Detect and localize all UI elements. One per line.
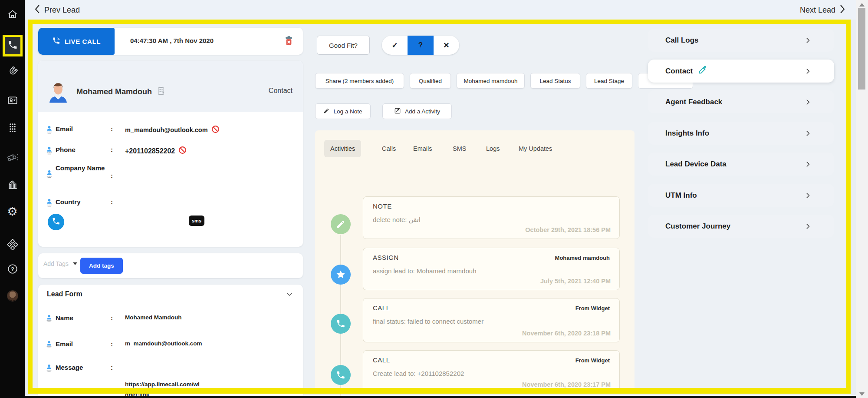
chevron-right-icon <box>804 222 812 232</box>
fit-maybe-option[interactable]: ? <box>408 36 433 55</box>
tasks-clipboard-icon[interactable] <box>156 86 166 98</box>
section-label: Lead Device Data <box>665 160 727 169</box>
delete-lead-button[interactable] <box>284 36 293 48</box>
lead-form-card: Lead Form Name : Mohamed Mamdouh Email :… <box>38 285 303 396</box>
qualified-button[interactable]: Qualified <box>410 73 451 89</box>
add-activity-button[interactable]: Add a Activity <box>382 103 452 119</box>
field-value: m_mamdouh@outlook.com <box>125 340 202 347</box>
add-tags-dropdown[interactable]: Add Tags <box>43 260 77 267</box>
section-contact[interactable]: Contact <box>648 60 834 83</box>
prev-lead-button[interactable]: Prev Lead <box>34 4 80 17</box>
field-label: Phone <box>56 146 105 154</box>
section-customer-journey[interactable]: Customer Journey <box>648 215 834 238</box>
calls-nav-active-highlight[interactable] <box>3 35 23 56</box>
add-tags-button[interactable]: Add tags <box>80 258 123 274</box>
scroll-up-icon[interactable] <box>859 3 865 7</box>
blocked-icon <box>178 146 187 156</box>
good-fit-button[interactable]: Good Fit? <box>317 36 370 55</box>
field-colon: : <box>111 198 113 206</box>
share-button[interactable]: Share (2 members added) <box>315 73 404 89</box>
tab-logs[interactable]: Logs <box>480 140 506 157</box>
settings-gear-icon[interactable]: ⚙ <box>0 206 25 218</box>
trash-icon <box>284 36 293 46</box>
edit-pencil-icon[interactable] <box>698 65 707 77</box>
tab-activities[interactable]: Activities <box>324 140 361 157</box>
page-scrollbar[interactable] <box>856 0 868 398</box>
timeline-entry-note[interactable]: NOTE delete note: اتقن October 29th, 202… <box>363 196 620 239</box>
timeline-entry-assign[interactable]: ASSIGN Mohamed mamdouh assign lead to: M… <box>363 248 620 290</box>
home-icon[interactable] <box>0 9 25 20</box>
section-insights-info[interactable]: Insights Info <box>648 122 834 145</box>
field-colon: : <box>111 125 113 133</box>
timeline-entry-call[interactable]: CALL From Widget final status: failed to… <box>363 298 620 342</box>
next-lead-button[interactable]: Next Lead <box>800 4 846 17</box>
entity-type-label: Contact <box>269 87 293 95</box>
entry-meta: From Widget <box>575 305 610 312</box>
log-note-button[interactable]: Log a Note <box>315 103 371 119</box>
contact-avatar <box>46 80 71 105</box>
analytics-icon[interactable] <box>0 179 25 190</box>
annotation-frame-top <box>28 20 851 24</box>
phone-icon <box>331 365 351 385</box>
add-activity-label: Add a Activity <box>405 108 440 115</box>
section-utm-info[interactable]: UTM Info <box>648 184 834 207</box>
live-call-card: LIVE CALL 04:47:30 AM , 7th Nov 2020 <box>38 28 303 55</box>
owner-button[interactable]: Mohamed mamdouh <box>457 73 525 89</box>
entry-type: CALL <box>373 356 390 364</box>
tab-calls[interactable]: Calls <box>376 140 402 157</box>
tab-my-updates[interactable]: My Updates <box>513 140 558 157</box>
magnet-icon[interactable] <box>0 66 25 77</box>
blocked-icon <box>211 125 220 135</box>
field-value: m_mamdouh@outlook.com <box>125 125 220 135</box>
section-label: UTM Info <box>665 191 697 200</box>
section-agent-feedback[interactable]: Agent Feedback <box>648 90 834 113</box>
entry-type: ASSIGN <box>373 254 399 261</box>
sms-button[interactable]: sms <box>189 216 204 226</box>
entry-timestamp: November 6th, 2020 23:17 PM <box>522 381 611 388</box>
call-contact-button[interactable] <box>48 214 64 230</box>
section-lead-device-data[interactable]: Lead Device Data <box>648 153 834 176</box>
scrollbar-thumb[interactable] <box>858 8 865 90</box>
scroll-down-icon[interactable] <box>859 392 865 396</box>
dialpad-icon[interactable] <box>0 123 25 134</box>
section-call-logs[interactable]: Call Logs <box>648 29 834 52</box>
tab-sms[interactable]: SMS <box>447 140 472 157</box>
annotation-frame-left <box>28 20 33 393</box>
chevron-down-icon[interactable] <box>286 290 293 300</box>
pencil-icon <box>323 108 329 115</box>
app-sidebar: ⚙ ? <box>0 0 25 398</box>
entry-meta: Mohamed mamdouh <box>555 255 610 261</box>
timeline-entry-call[interactable]: CALL From Widget Create lead to: +201102… <box>363 350 620 394</box>
entry-timestamp: November 6th, 2020 23:18 PM <box>522 330 611 337</box>
live-call-button[interactable]: LIVE CALL <box>38 28 115 55</box>
person-pin-icon <box>46 146 53 156</box>
tab-emails[interactable]: Emails <box>407 140 438 157</box>
fit-no-option[interactable]: ✕ <box>434 36 459 55</box>
entry-timestamp: July 5th, 2021 12:40 PM <box>540 278 611 285</box>
chevron-left-icon <box>34 4 40 17</box>
lead-status-button[interactable]: Lead Status <box>530 73 580 89</box>
chevron-right-icon <box>839 4 846 17</box>
field-label: Email <box>56 340 105 348</box>
field-label: Country <box>56 198 105 206</box>
fit-yes-option[interactable]: ✓ <box>382 36 408 55</box>
lead-form-header[interactable]: Lead Form <box>38 285 303 304</box>
megaphone-icon[interactable] <box>0 152 25 163</box>
help-icon[interactable]: ? <box>0 263 25 275</box>
user-avatar[interactable] <box>0 290 25 302</box>
contact-card-icon[interactable] <box>0 95 25 106</box>
lead-detail-screen: ⚙ ? Prev Lead Next Lead LIVE CALL 04:47:… <box>0 0 868 398</box>
section-label: Customer Journey <box>665 222 730 231</box>
contact-card: Mohamed Mamdouh Contact Email : m_mamdou… <box>38 61 303 247</box>
entry-text: delete note: اتقن <box>373 216 421 224</box>
add-tags-dropdown-label: Add Tags <box>43 260 69 267</box>
lead-stage-button[interactable]: Lead Stage <box>586 73 632 89</box>
person-pin-icon <box>46 198 53 209</box>
person-pin-icon <box>46 314 53 324</box>
chevron-right-icon <box>804 98 812 108</box>
contact-card-header: Mohamed Mamdouh Contact <box>38 61 303 112</box>
contact-name-row: Mohamed Mamdouh <box>76 86 166 98</box>
lead-navigation-bar: Prev Lead Next Lead <box>25 0 856 20</box>
apps-grid-icon[interactable] <box>0 239 25 250</box>
field-label: Company Name <box>56 164 105 172</box>
